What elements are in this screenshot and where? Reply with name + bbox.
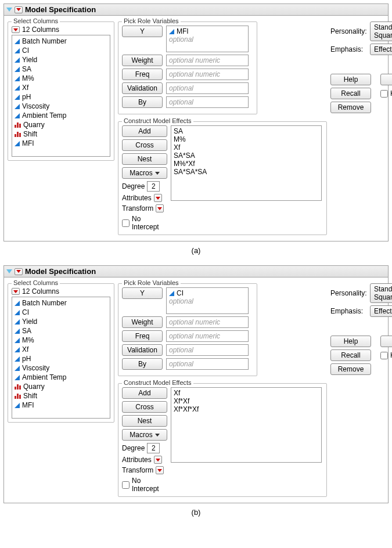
- continuous-icon: [15, 48, 20, 53]
- no-intercept-checkbox[interactable]: [122, 219, 130, 227]
- y-field[interactable]: MFIoptional: [166, 26, 249, 52]
- column-name: SA: [22, 327, 31, 335]
- cross-button[interactable]: Cross: [122, 401, 167, 413]
- effects-listbox[interactable]: XfXf*XfXf*Xf*Xf: [171, 387, 322, 463]
- macros-button[interactable]: Macros: [122, 429, 167, 441]
- columns-header[interactable]: 12 Columns: [12, 26, 110, 34]
- effects-label: Construct Model Effects: [122, 379, 193, 386]
- personality-select[interactable]: Standard Least Squares: [370, 283, 392, 303]
- run-button[interactable]: Run: [380, 336, 392, 347]
- column-item[interactable]: SA: [13, 326, 109, 336]
- run-button[interactable]: Run: [380, 74, 392, 85]
- validation-field[interactable]: optional: [166, 82, 249, 94]
- recall-button[interactable]: Recall: [330, 88, 371, 99]
- personality-select[interactable]: Standard Least Squares: [370, 21, 392, 41]
- remove-button[interactable]: Remove: [330, 102, 371, 113]
- y-button[interactable]: Y: [122, 287, 163, 299]
- validation-button[interactable]: Validation: [122, 344, 163, 356]
- column-item[interactable]: Xf: [13, 345, 109, 354]
- weight-field[interactable]: optional numeric: [166, 316, 249, 328]
- column-item[interactable]: pH: [13, 92, 109, 102]
- effects-listbox[interactable]: SAM%XfSA*SAM%*XfSA*SA*SA: [171, 125, 322, 201]
- transform-menu[interactable]: [156, 204, 164, 212]
- column-item[interactable]: CI: [13, 46, 109, 55]
- effect-item[interactable]: Xf*Xf: [174, 397, 319, 405]
- effects-group: Construct Model EffectsAddCrossNestMacro…: [118, 383, 327, 497]
- column-item[interactable]: Shift: [13, 129, 109, 139]
- degree-input[interactable]: [147, 443, 160, 453]
- column-item[interactable]: MFI: [13, 139, 109, 148]
- disclosure-icon[interactable]: [6, 8, 12, 12]
- column-item[interactable]: Batch Number: [13, 298, 109, 308]
- effect-item[interactable]: SA*SA: [174, 152, 319, 160]
- select-columns-group: Select Columns12 ColumnsBatch NumberCIYi…: [8, 21, 114, 161]
- by-button[interactable]: By: [122, 358, 163, 370]
- transform-menu[interactable]: [156, 466, 164, 474]
- column-item[interactable]: Ambient Temp: [13, 111, 109, 120]
- columns-header[interactable]: 12 Columns: [12, 287, 110, 295]
- column-item[interactable]: M%: [13, 74, 109, 83]
- columns-listbox[interactable]: Batch NumberCIYieldSAM%XfpHViscosityAmbi…: [12, 35, 110, 157]
- freq-button[interactable]: Freq: [122, 68, 163, 80]
- y-button[interactable]: Y: [122, 26, 163, 37]
- by-button[interactable]: By: [122, 96, 163, 108]
- by-field[interactable]: optional: [166, 358, 249, 370]
- column-item[interactable]: Viscosity: [13, 102, 109, 111]
- validation-button[interactable]: Validation: [122, 82, 163, 94]
- column-item[interactable]: Shift: [13, 391, 109, 401]
- emphasis-select[interactable]: Effect Leverage: [370, 305, 392, 317]
- recall-button[interactable]: Recall: [330, 349, 371, 361]
- effect-item[interactable]: Xf*Xf*Xf: [174, 405, 319, 413]
- column-item[interactable]: Yield: [13, 317, 109, 326]
- cross-button[interactable]: Cross: [122, 139, 167, 151]
- columns-menu-icon[interactable]: [12, 288, 20, 295]
- weight-button[interactable]: Weight: [122, 316, 163, 328]
- column-item[interactable]: Xf: [13, 83, 109, 92]
- columns-menu-icon[interactable]: [12, 26, 20, 33]
- effect-item[interactable]: Xf: [174, 389, 319, 397]
- disclosure-icon[interactable]: [6, 269, 12, 273]
- column-item[interactable]: Ambient Temp: [13, 373, 109, 382]
- weight-button[interactable]: Weight: [122, 55, 163, 66]
- emphasis-select[interactable]: Effect Leverage: [370, 44, 392, 55]
- column-item[interactable]: SA: [13, 64, 109, 74]
- macros-button[interactable]: Macros: [122, 167, 167, 179]
- nest-button[interactable]: Nest: [122, 415, 167, 427]
- attributes-menu[interactable]: [154, 456, 162, 464]
- column-item[interactable]: Quarry: [13, 120, 109, 129]
- effect-item[interactable]: Xf: [174, 143, 319, 152]
- effect-item[interactable]: SA: [174, 127, 319, 135]
- freq-field[interactable]: optional numeric: [166, 330, 249, 342]
- column-item[interactable]: pH: [13, 354, 109, 363]
- column-item[interactable]: Quarry: [13, 382, 109, 391]
- remove-button[interactable]: Remove: [330, 363, 371, 375]
- keep-open-checkbox[interactable]: [380, 90, 388, 98]
- add-button[interactable]: Add: [122, 387, 167, 399]
- column-item[interactable]: MFI: [13, 401, 109, 410]
- columns-listbox[interactable]: Batch NumberCIYieldSAM%XfpHViscosityAmbi…: [12, 297, 110, 419]
- attributes-menu[interactable]: [154, 194, 162, 202]
- column-item[interactable]: Batch Number: [13, 37, 109, 46]
- column-item[interactable]: M%: [13, 336, 109, 345]
- effect-item[interactable]: SA*SA*SA: [174, 168, 319, 176]
- column-item[interactable]: Yield: [13, 55, 109, 64]
- nest-button[interactable]: Nest: [122, 153, 167, 165]
- keep-open-checkbox[interactable]: [380, 352, 388, 359]
- column-item[interactable]: Viscosity: [13, 363, 109, 373]
- effect-item[interactable]: M%: [174, 135, 319, 143]
- effect-item[interactable]: M%*Xf: [174, 160, 319, 168]
- add-button[interactable]: Add: [122, 125, 167, 137]
- menu-disclosure[interactable]: [15, 6, 23, 13]
- no-intercept-checkbox[interactable]: [122, 481, 130, 489]
- degree-input[interactable]: [147, 181, 160, 192]
- y-field[interactable]: CIoptional: [166, 287, 249, 314]
- freq-button[interactable]: Freq: [122, 330, 163, 342]
- weight-field[interactable]: optional numeric: [166, 55, 249, 66]
- freq-field[interactable]: optional numeric: [166, 68, 249, 80]
- menu-disclosure[interactable]: [15, 268, 23, 275]
- help-button[interactable]: Help: [330, 336, 371, 347]
- by-field[interactable]: optional: [166, 96, 249, 108]
- help-button[interactable]: Help: [330, 74, 371, 85]
- column-item[interactable]: CI: [13, 308, 109, 317]
- validation-field[interactable]: optional: [166, 344, 249, 356]
